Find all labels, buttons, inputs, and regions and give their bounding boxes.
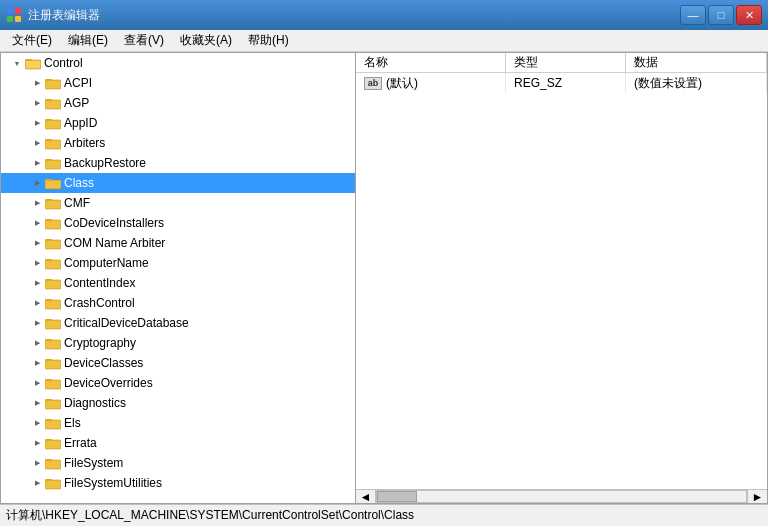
tree-item-arbiters[interactable]: Arbiters — [1, 133, 355, 153]
expand-icon[interactable] — [29, 455, 45, 471]
right-panel: 名称 类型 数据 ab(默认) REG_SZ (数值未设置) ◄ ► — [356, 53, 767, 503]
svg-rect-45 — [45, 460, 61, 469]
tree-item-appid[interactable]: AppID — [1, 113, 355, 133]
menu-item-view[interactable]: 查看(V) — [116, 30, 172, 51]
expand-icon[interactable] — [29, 355, 45, 371]
menu-item-help[interactable]: 帮助(H) — [240, 30, 297, 51]
tree-item-cmf[interactable]: CMF — [1, 193, 355, 213]
tree-item-crashcontrol[interactable]: CrashControl — [1, 293, 355, 313]
tree-item-contentindex[interactable]: ContentIndex — [1, 273, 355, 293]
cell-data: (数值未设置) — [626, 73, 767, 93]
expand-icon[interactable] — [29, 135, 45, 151]
expand-icon[interactable] — [29, 335, 45, 351]
expand-icon[interactable] — [29, 375, 45, 391]
tree-label: AGP — [64, 96, 89, 110]
svg-rect-48 — [45, 479, 52, 481]
tree-item-class[interactable]: Class — [1, 173, 355, 193]
svg-rect-40 — [45, 399, 52, 401]
expand-icon[interactable] — [29, 475, 45, 491]
expand-icon[interactable] — [29, 235, 45, 251]
tree-label: CoDeviceInstallers — [64, 216, 164, 230]
menu-item-favorites[interactable]: 收藏夹(A) — [172, 30, 240, 51]
tree-item-cryptography[interactable]: Cryptography — [1, 333, 355, 353]
tree-item-agp[interactable]: AGP — [1, 93, 355, 113]
expand-icon[interactable] — [29, 275, 45, 291]
menu-item-edit[interactable]: 编辑(E) — [60, 30, 116, 51]
menu-item-file[interactable]: 文件(E) — [4, 30, 60, 51]
svg-rect-6 — [26, 61, 40, 68]
svg-rect-15 — [45, 160, 61, 169]
expand-icon[interactable] — [29, 155, 45, 171]
svg-rect-18 — [45, 179, 52, 181]
folder-icon — [45, 456, 61, 470]
tree-item-deviceoverrides[interactable]: DeviceOverrides — [1, 373, 355, 393]
tree-item-diagnostics[interactable]: Diagnostics — [1, 393, 355, 413]
folder-icon — [45, 356, 61, 370]
svg-rect-19 — [45, 200, 61, 209]
scroll-left-button[interactable]: ◄ — [356, 490, 376, 503]
expand-icon[interactable] — [29, 255, 45, 271]
svg-rect-34 — [45, 339, 52, 341]
tree-item-acpi[interactable]: ACPI — [1, 73, 355, 93]
folder-icon — [25, 56, 41, 70]
expand-icon[interactable] — [29, 315, 45, 331]
tree-item-errata[interactable]: Errata — [1, 433, 355, 453]
tree-label: FileSystem — [64, 456, 123, 470]
tree-label: Errata — [64, 436, 97, 450]
expand-icon[interactable] — [29, 415, 45, 431]
tree-item-computername[interactable]: ComputerName — [1, 253, 355, 273]
tree-item-filesystem[interactable]: FileSystem — [1, 453, 355, 473]
menu-bar: 文件(E)编辑(E)查看(V)收藏夹(A)帮助(H) — [0, 30, 768, 52]
cell-type: REG_SZ — [506, 73, 626, 93]
expand-icon[interactable] — [29, 95, 45, 111]
app-icon — [6, 7, 22, 23]
horizontal-scrollbar[interactable]: ◄ ► — [356, 489, 767, 503]
title-bar-text: 注册表编辑器 — [28, 7, 680, 24]
scrollbar-thumb[interactable] — [377, 491, 417, 502]
window-controls: — □ ✕ — [680, 5, 762, 25]
expand-icon[interactable] — [29, 295, 45, 311]
status-bar: 计算机\HKEY_LOCAL_MACHINE\SYSTEM\CurrentCon… — [0, 504, 768, 526]
tree-item-els[interactable]: Els — [1, 413, 355, 433]
expand-icon[interactable] — [29, 435, 45, 451]
expand-icon[interactable] — [29, 115, 45, 131]
expand-icon[interactable] — [29, 175, 45, 191]
tree-label: Class — [64, 176, 94, 190]
expand-icon[interactable] — [29, 215, 45, 231]
folder-icon — [45, 396, 61, 410]
tree-item-control[interactable]: Control — [1, 53, 355, 73]
tree-item-deviceclasses[interactable]: DeviceClasses — [1, 353, 355, 373]
svg-rect-8 — [45, 79, 52, 81]
svg-rect-7 — [45, 80, 61, 89]
tree-item-codeviceinstallers[interactable]: CoDeviceInstallers — [1, 213, 355, 233]
svg-rect-25 — [45, 260, 61, 269]
expand-icon[interactable] — [29, 395, 45, 411]
expand-icon[interactable] — [29, 75, 45, 91]
tree-item-filesystemutilities[interactable]: FileSystemUtilities — [1, 473, 355, 493]
maximize-button[interactable]: □ — [708, 5, 734, 25]
tree-label: FileSystemUtilities — [64, 476, 162, 490]
cell-name: ab(默认) — [356, 73, 506, 93]
tree-item-backuprestore[interactable]: BackupRestore — [1, 153, 355, 173]
svg-rect-11 — [45, 120, 61, 129]
scroll-right-button[interactable]: ► — [747, 490, 767, 503]
folder-icon — [45, 336, 61, 350]
svg-rect-28 — [45, 279, 52, 281]
scrollbar-track[interactable] — [376, 490, 747, 503]
tree-item-criticaldevicedatabase[interactable]: CriticalDeviceDatabase — [1, 313, 355, 333]
minimize-button[interactable]: — — [680, 5, 706, 25]
table-row[interactable]: ab(默认) REG_SZ (数值未设置) — [356, 73, 767, 93]
svg-rect-12 — [45, 119, 52, 121]
svg-rect-37 — [45, 380, 61, 389]
tree-label: ComputerName — [64, 256, 149, 270]
close-button[interactable]: ✕ — [736, 5, 762, 25]
tree-item-com_name_arbiter[interactable]: COM Name Arbiter — [1, 233, 355, 253]
expand-icon[interactable] — [29, 195, 45, 211]
tree-container[interactable]: Control ACPI AGP AppID Arbiters BackupRe… — [1, 53, 355, 503]
col-header-type: 类型 — [506, 53, 626, 72]
tree-label: CrashControl — [64, 296, 135, 310]
tree-panel: Control ACPI AGP AppID Arbiters BackupRe… — [1, 53, 356, 503]
tree-label: COM Name Arbiter — [64, 236, 165, 250]
expand-icon[interactable] — [9, 55, 25, 71]
svg-rect-24 — [45, 239, 52, 241]
